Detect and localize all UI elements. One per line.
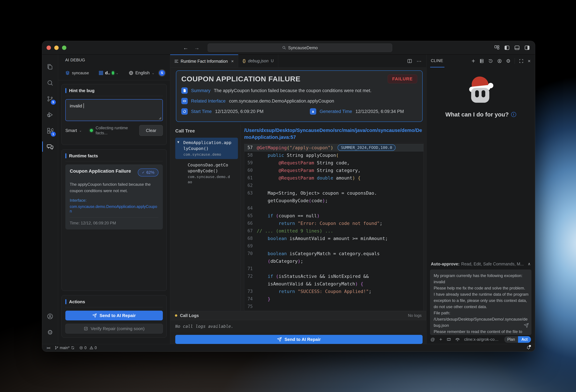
code-line: 57@GetMapping("/apply-coupon")SUMMER_202… <box>244 144 423 151</box>
forward-icon[interactable]: → <box>194 45 200 51</box>
split-editor-icon[interactable] <box>407 59 412 63</box>
summary-icon <box>181 88 188 94</box>
account-icon[interactable] <box>497 59 502 63</box>
activity-search[interactable] <box>42 75 58 91</box>
act-button[interactable]: Act <box>518 336 531 343</box>
close-panel-icon[interactable]: × <box>528 58 531 64</box>
workspace-selector[interactable]: d.. ⌄ <box>99 70 118 75</box>
interface-link[interactable]: com.syncause.demo.DemoApplication.applyC… <box>70 204 158 213</box>
code-line: 64 <box>244 204 423 212</box>
grid-icon <box>99 71 103 75</box>
clear-button[interactable]: Clear <box>139 125 163 136</box>
runtime-fact-card[interactable]: Coupon Application Failure ✓ 62% The app… <box>65 164 163 229</box>
remote-indicator[interactable]: >< <box>47 346 50 350</box>
coupon-card-title: COUPON APPLICATION FAILURE <box>181 75 300 83</box>
code-pane: /Users/dxsup/Desktop/SyncauseDemo/src/ma… <box>240 124 426 311</box>
code-file-path[interactable]: /Users/dxsup/Desktop/SyncauseDemo/src/ma… <box>244 127 422 141</box>
add-context-icon[interactable]: + <box>439 336 442 342</box>
call-tree-node[interactable]: ▾DemoApplication.applyCoupon()com.syncau… <box>175 138 238 159</box>
language-selector[interactable]: English ⌄ <box>129 70 155 75</box>
toggle-secondary-sidebar-icon[interactable] <box>524 45 530 51</box>
activity-run-debug[interactable] <box>42 107 58 123</box>
customize-layout-icon[interactable] <box>494 45 500 51</box>
activity-ai-debug[interactable] <box>42 139 58 155</box>
activity-settings[interactable]: ⚙ <box>42 324 58 340</box>
activity-extensions[interactable]: 1 <box>42 123 58 139</box>
summary-label: Summary <box>191 88 210 93</box>
summary-value: The applyCoupon function failed because … <box>214 88 372 93</box>
json-icon: {} <box>243 59 246 63</box>
chat-input[interactable]: My program currently has the following e… <box>430 270 531 335</box>
send-to-ai-repair-main-button[interactable]: Send to AI Repair <box>175 335 423 344</box>
model-selector[interactable]: cline:x-ai/grok-code-fast-1 <box>464 337 500 342</box>
line-number: 75 <box>244 303 257 310</box>
back-icon[interactable]: ← <box>183 45 188 51</box>
line-number: 74 <box>244 295 257 303</box>
activity-source-control[interactable]: 5 <box>42 91 58 107</box>
expand-icon[interactable] <box>519 59 523 63</box>
list-icon <box>174 59 178 63</box>
code-viewer[interactable]: 57@GetMapping("/apply-coupon")SUMMER_202… <box>244 143 424 311</box>
maximize-window-button[interactable] <box>62 46 66 50</box>
more-actions-icon[interactable]: ⋯ <box>417 58 422 64</box>
activity-explorer[interactable] <box>42 59 58 75</box>
call-logs-empty-text: No call logs available. <box>175 324 233 329</box>
settings-gear-icon[interactable]: ⚙ <box>506 59 511 63</box>
auto-approve-bar[interactable]: Auto-approve: Read, Edit, Safe Commands,… <box>427 260 535 268</box>
call-logs-header[interactable]: Call Logs No logs <box>170 311 426 320</box>
files-icon <box>47 63 54 70</box>
confidence-badge: ✓ 62% <box>138 168 158 177</box>
line-number: 58 <box>244 151 257 159</box>
problems-indicator[interactable]: 0 0 <box>79 346 97 350</box>
notifications-bell[interactable] <box>526 346 531 350</box>
tab-runtime-fact-information[interactable]: Runtime Fact Information × <box>170 55 238 67</box>
close-tab-icon[interactable]: × <box>231 59 234 64</box>
command-center-search[interactable]: SyncauseDemo <box>208 44 392 52</box>
call-tree-nodes: ▾DemoApplication.applyCoupon()com.syncau… <box>175 138 238 187</box>
call-tree-panel: Call Tree ▾DemoApplication.applyCoupon()… <box>170 124 240 311</box>
ruler-icon[interactable] <box>447 337 451 342</box>
toggle-primary-sidebar-icon[interactable] <box>504 45 510 51</box>
close-window-button[interactable] <box>47 46 51 50</box>
fact-title: Coupon Application Failure <box>70 168 138 174</box>
interface-icon <box>181 98 188 104</box>
check-icon: ✓ <box>142 170 145 175</box>
send-icon <box>92 313 97 318</box>
mcp-servers-icon[interactable] <box>479 59 484 63</box>
call-tree-node[interactable]: CouponsDao.getCouponByCode()com.syncause… <box>186 160 238 187</box>
mode-dropdown[interactable]: Smart ⌄ <box>65 128 82 133</box>
line-number: 71 <box>244 265 257 272</box>
warning-icon <box>89 346 93 350</box>
branch-name: main* <box>60 346 70 350</box>
call-logs-count: No logs <box>408 313 422 318</box>
avatar[interactable]: S <box>158 69 166 77</box>
actions-panel: Actions Send to AI Repair Verify Repair … <box>61 295 167 337</box>
info-icon[interactable]: i <box>511 112 516 117</box>
activity-accounts[interactable] <box>42 308 58 324</box>
accent-bar <box>65 153 66 158</box>
tree-expand-icon[interactable]: ▾ <box>177 140 183 157</box>
coupon-failure-card: COUPON APPLICATION FAILURE FAILURE Summa… <box>176 70 423 122</box>
code-line: 60 @RequestParam String category, <box>244 167 423 174</box>
resize-handle-icon[interactable] <box>158 117 162 120</box>
send-to-ai-repair-button[interactable]: Send to AI Repair <box>65 311 163 320</box>
tab-debug-json[interactable]: {} debug.json U <box>238 55 278 67</box>
scales-icon[interactable] <box>455 337 460 342</box>
line-number: 67 <box>244 227 257 235</box>
git-branch[interactable]: main* <box>55 346 75 350</box>
send-button-label: Send to AI Repair <box>99 313 136 318</box>
send-message-icon[interactable] <box>524 323 529 328</box>
new-task-icon[interactable]: + <box>472 58 475 64</box>
code-line: 58 public String applyCoupon( <box>244 151 423 159</box>
error-icon <box>79 346 83 350</box>
verify-repair-button[interactable]: Verify Repair (coming soon) <box>65 324 163 333</box>
activity-bar: 5 1 ⚙ <box>42 55 58 344</box>
traffic-lights <box>47 46 66 50</box>
minimize-window-button[interactable] <box>54 46 59 50</box>
plan-button[interactable]: Plan <box>504 336 518 343</box>
history-icon[interactable] <box>488 59 493 63</box>
toggle-panel-icon[interactable] <box>514 45 520 51</box>
mention-icon[interactable]: @ <box>431 337 435 342</box>
hint-input[interactable]: invalid <box>65 99 163 121</box>
code-line: getCouponByCode(code); <box>244 197 423 204</box>
